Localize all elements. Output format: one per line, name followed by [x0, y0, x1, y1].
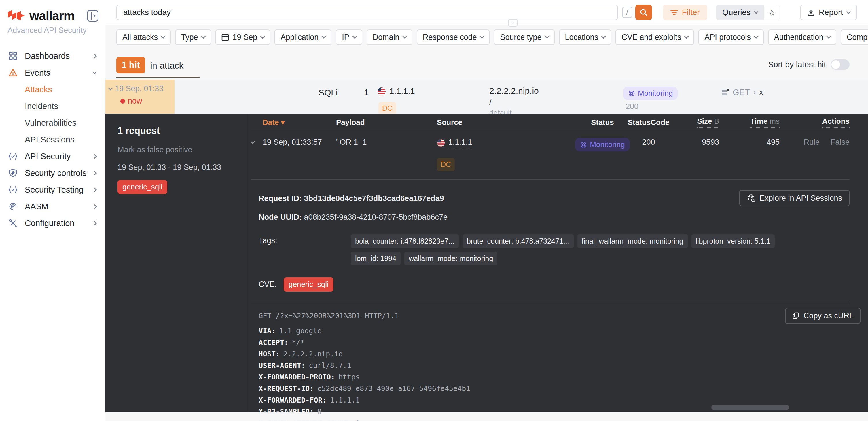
dashboards-icon	[8, 51, 18, 61]
sidebar-item-dashboards[interactable]: Dashboards	[0, 48, 105, 64]
fingerprint-search-icon	[747, 194, 755, 202]
http-header-line: HOST:2.2.2.2.nip.io	[259, 349, 849, 359]
slash-shortcut-hint: /	[622, 7, 632, 18]
chevron-right-icon	[92, 188, 97, 192]
wallarm-logo-icon	[7, 10, 25, 22]
request-id-value: 3bd13de0d4c5e7f3db3cad6ea167eda9	[304, 194, 444, 203]
column-header-actions[interactable]: Actions	[822, 117, 849, 128]
column-header-date[interactable]: Date ▾	[262, 118, 336, 127]
chevron-down-icon	[92, 70, 97, 75]
target-icon	[580, 141, 587, 148]
sort-toggle[interactable]	[831, 59, 849, 70]
search-icon	[640, 8, 648, 17]
filter-chip-domain[interactable]: Domain	[367, 29, 412, 45]
report-button[interactable]: Report	[800, 5, 857, 20]
sidebar-item-events[interactable]: Events	[0, 64, 105, 81]
filter-chip-all-attacks[interactable]: All attacks	[116, 29, 171, 45]
tag-chip: lom_id: 1994	[351, 252, 401, 265]
collapse-sidebar-icon[interactable]	[87, 10, 98, 22]
row-expand-chevron-icon[interactable]	[251, 140, 255, 144]
attack-recency: now	[128, 96, 142, 106]
chevron-right-icon	[92, 171, 97, 175]
filter-chip-locations[interactable]: Locations	[559, 29, 611, 45]
monitoring-status-badge: Monitoring	[623, 86, 678, 100]
chevron-right-icon	[92, 204, 97, 209]
attack-source-ip[interactable]: 1.1.1.1	[390, 86, 415, 96]
attack-endpoint: GET › x	[722, 88, 763, 97]
http-request-line: GET /?x=%27%20OR%201%3D1 HTTP/1.1	[259, 312, 849, 320]
sidebar: wallarm Advanced API Security Dashboards…	[0, 0, 105, 421]
filter-chip-source-type[interactable]: Source type	[494, 29, 554, 45]
sidebar-nav: Dashboards Events Attacks Incidents Vuln…	[0, 48, 105, 231]
http-header-line: ACCEPT:*/*	[259, 338, 849, 347]
filter-chip-ip[interactable]: IP	[336, 29, 362, 45]
calendar-icon	[221, 33, 229, 41]
download-icon	[807, 9, 815, 16]
filter-chip-authentication[interactable]: Authentication	[768, 29, 836, 45]
request-table-row[interactable]: 19 Sep, 01:33:57 ' OR 1=1 1.1.1.1 DC Mon…	[251, 132, 849, 171]
filter-chip-compare-to[interactable]: Compare to...	[841, 29, 868, 45]
attack-type: SQLi	[318, 88, 338, 97]
sidebar-item-vulnerabilities[interactable]: Vulnerabilities	[0, 114, 105, 131]
sidebar-item-incidents[interactable]: Incidents	[0, 98, 105, 114]
http-header-line: X-FORWARDED-PROTO:https	[259, 372, 849, 382]
column-header-size[interactable]: Size B	[697, 117, 719, 128]
filter-chip-cve-exploits[interactable]: CVE and exploits	[615, 29, 694, 45]
monitoring-status-badge: Monitoring	[575, 138, 629, 151]
filter-chip-type[interactable]: Type	[175, 29, 211, 45]
sidebar-item-security-controls[interactable]: Security controls	[0, 165, 105, 181]
request-payload: ' OR 1=1	[336, 138, 437, 147]
section-divider	[251, 302, 849, 303]
attack-hit-count: 1	[364, 88, 369, 97]
request-info-block: Request ID: 3bd13de0d4c5e7f3db3cad6ea167…	[259, 194, 849, 222]
filter-button[interactable]: Filter	[663, 5, 707, 20]
datacenter-tag: DC	[437, 158, 455, 171]
results-header: 1 hit in attack Sort by latest hit	[105, 49, 868, 73]
chevron-down-icon	[846, 9, 851, 14]
top-search-bar: / Filter Queries ☆ Report ↕	[105, 0, 868, 25]
hits-context-label: in attack	[150, 61, 183, 71]
action-false-link[interactable]: False	[831, 138, 849, 147]
search-input[interactable]	[116, 5, 618, 20]
column-header-time[interactable]: Time ms	[750, 117, 780, 128]
mark-false-positive-link[interactable]: Mark as false positive	[118, 145, 238, 154]
horizontal-scrollbar-thumb[interactable]	[711, 405, 789, 410]
attack-domain: 2.2.2.2.nip.io	[489, 86, 539, 96]
hits-count-badge: 1 hit	[116, 57, 145, 73]
us-flag-icon	[437, 139, 445, 147]
request-source-ip[interactable]: 1.1.1.1	[448, 138, 472, 148]
sidebar-item-security-testing[interactable]: Security Testing	[0, 181, 105, 198]
sidebar-item-api-sessions[interactable]: API Sessions	[0, 131, 105, 148]
queries-button[interactable]: Queries	[716, 5, 764, 20]
node-uuid-line: Node UUID: a08b235f-9a38-4210-8707-5bcf8…	[259, 213, 849, 222]
sidebar-item-aasm[interactable]: AASM	[0, 198, 105, 215]
expand-chevron-icon[interactable]	[108, 86, 113, 90]
filter-chip-date[interactable]: 19 Sep	[215, 29, 271, 45]
sidebar-item-configuration[interactable]: Configuration	[0, 215, 105, 231]
swirl-icon	[8, 202, 18, 212]
column-header-status: Status	[591, 118, 614, 127]
filter-chip-response-code[interactable]: Response code	[417, 29, 490, 45]
sidebar-item-api-security[interactable]: API Security	[0, 148, 105, 165]
action-rule-link[interactable]: Rule	[804, 138, 819, 147]
copy-as-curl-button[interactable]: Copy as cURL	[785, 308, 861, 324]
filter-chip-api-protocols[interactable]: API protocols	[699, 29, 764, 45]
favorite-star-icon[interactable]: ☆	[764, 5, 780, 20]
tag-chip: bola_counter: i:478:f82823e7...	[351, 234, 459, 248]
http-header-line: VIA:1.1 google	[259, 327, 849, 335]
shield-bolt-icon	[8, 168, 18, 178]
chevron-down-icon	[754, 9, 758, 14]
tags-row: Tags: bola_counter: i:478:f82823e7... br…	[259, 234, 849, 265]
filter-chip-row: All attacks Type 19 Sep Application IP D…	[105, 25, 868, 49]
requests-table-header: Date ▾ Payload Source Status StatusCode …	[251, 114, 849, 132]
chevron-right-icon	[92, 54, 97, 58]
main-content: / Filter Queries ☆ Report ↕ All attacks …	[105, 0, 868, 421]
braces-check-icon	[8, 151, 18, 161]
explore-api-sessions-button[interactable]: Explore in API Sessions	[739, 190, 849, 206]
search-button[interactable]	[635, 5, 652, 20]
column-header-payload: Payload	[336, 118, 437, 127]
sidebar-item-attacks[interactable]: Attacks	[0, 81, 105, 98]
filter-chip-application[interactable]: Application	[275, 29, 332, 45]
detail-summary-column: 1 request Mark as false positive 19 Sep,…	[105, 114, 247, 412]
resize-handle[interactable]: ↕	[508, 19, 518, 27]
